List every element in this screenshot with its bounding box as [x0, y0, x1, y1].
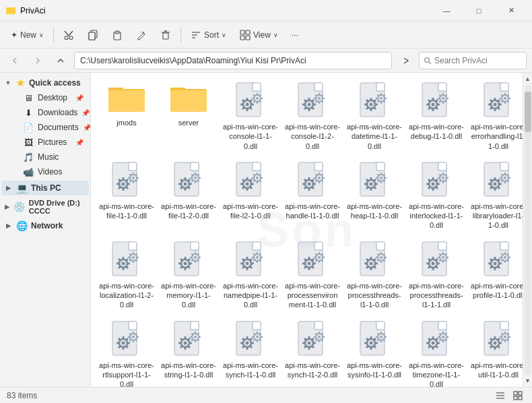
paste-button[interactable] [106, 27, 128, 43]
list-item[interactable]: api-ms-win-core-console-l1-2-0.dll [282, 78, 343, 155]
list-item[interactable]: api-ms-win-core-timezone-l1-1-0.dll [406, 317, 467, 387]
svg-rect-220 [314, 177, 317, 179]
list-item[interactable]: api-ms-win-core-datetime-l1-1-0.dll [344, 78, 405, 155]
address-input[interactable] [74, 52, 392, 69]
minimize-button[interactable]: — [431, 0, 462, 22]
svg-point-20 [425, 57, 430, 62]
sidebar-item-this-pc[interactable]: ▶ 💻 This PC [1, 181, 89, 195]
list-item[interactable]: server [158, 78, 219, 155]
list-item[interactable]: api-ms-win-core-rtlsupport-l1-1-0.dll [96, 317, 157, 387]
maximize-button[interactable]: □ [463, 0, 494, 22]
list-item[interactable]: api-ms-win-core-synch-l1-1-0.dll [220, 317, 281, 387]
svg-point-173 [194, 177, 197, 179]
address-go-button[interactable] [396, 51, 415, 70]
list-item[interactable]: api-ms-win-core-localization-l1-2-0.dll [96, 237, 157, 314]
view-button[interactable]: View ∨ [234, 27, 284, 43]
list-view-button[interactable] [493, 389, 508, 402]
list-item[interactable]: api-ms-win-core-synch-l1-2-0.dll [282, 317, 343, 387]
svg-rect-277 [499, 183, 502, 185]
svg-point-525 [318, 336, 321, 338]
list-item[interactable]: api-ms-win-core-handle-l1-1-0.dll [282, 158, 343, 235]
scroll-up-arrow[interactable]: ▲ [523, 74, 533, 84]
list-item[interactable]: api-ms-win-core-string-l1-1-0.dll [158, 317, 219, 387]
svg-rect-95 [438, 83, 446, 91]
sidebar-item-network[interactable]: ▶ 🌐 Network [1, 218, 89, 233]
list-item[interactable]: api-ms-win-core-processenvironment-l1-1-… [282, 237, 343, 314]
list-item[interactable]: api-ms-win-core-memory-l1-1-0.dll [158, 237, 219, 314]
right-scrollbar[interactable]: ▲ ▼ [523, 73, 532, 387]
scroll-thumb[interactable] [525, 92, 531, 132]
list-item[interactable]: api-ms-win-core-interlocked-l1-1-0.dll [406, 158, 467, 235]
delete-button[interactable] [155, 27, 176, 43]
back-button[interactable] [5, 51, 24, 70]
search-input[interactable] [434, 56, 515, 65]
sidebar-item-documents[interactable]: 📄 Documents 📌 [15, 120, 89, 135]
rename-button[interactable] [131, 27, 152, 43]
list-item[interactable]: api-ms-win-core-heap-l1-1-0.dll [344, 158, 405, 235]
svg-point-547 [380, 336, 383, 338]
more-button[interactable]: ··· [286, 28, 304, 42]
list-item[interactable]: api-ms-win-core-file-l1-2-0.dll [158, 158, 219, 235]
sidebar-item-videos[interactable]: 📹 Videos [15, 164, 89, 179]
up-button[interactable] [51, 51, 70, 70]
sort-button[interactable]: Sort ∨ [185, 27, 232, 43]
sidebar-item-music[interactable]: 🎵 Music [15, 150, 89, 164]
svg-point-251 [432, 182, 435, 185]
svg-rect-538 [370, 336, 372, 339]
svg-rect-232 [364, 183, 367, 185]
list-item[interactable]: api-ms-win-core-errorhandling-l1-1-0.dll [468, 78, 523, 155]
list-item[interactable]: api-ms-win-core-console-l1-1-0.dll [220, 78, 281, 155]
sidebar-item-downloads[interactable]: ⬇ Downloads 📌 [15, 105, 89, 120]
list-item[interactable]: api-ms-win-core-processthreads-l1-1-1.dl… [406, 237, 467, 314]
dvd-section: ▶ 💿 DVD Drive (D:) CCCC [0, 197, 90, 217]
list-item[interactable]: api-ms-win-core-util-l1-1-0.dll [468, 317, 523, 387]
svg-rect-441 [508, 257, 511, 258]
sidebar-item-pictures[interactable]: 🖼 Pictures 📌 [15, 135, 89, 150]
svg-rect-110 [438, 98, 440, 99]
folder-icon [108, 82, 145, 115]
list-item[interactable]: api-ms-win-core-debug-l1-1-0.dll [406, 78, 467, 155]
svg-rect-374 [314, 257, 317, 258]
dll-icon [298, 82, 327, 119]
address-bar [0, 49, 532, 73]
close-button[interactable]: ✕ [496, 0, 527, 22]
list-item[interactable]: api-ms-win-core-processthreads-l1-1-0.dl… [344, 237, 405, 314]
file-name: api-ms-win-core-synch-l1-1-0.dll [223, 361, 278, 380]
svg-rect-562 [426, 342, 429, 344]
svg-rect-66 [314, 98, 317, 99]
svg-rect-408 [426, 262, 429, 264]
list-item[interactable]: api-ms-win-core-libraryloader-l1-1-0.dll [468, 158, 523, 235]
scroll-down-arrow[interactable]: ▼ [523, 376, 533, 385]
list-item[interactable]: api-ms-win-core-file-l1-1-0.dll [96, 158, 157, 235]
list-item[interactable]: api-ms-win-core-namedpipe-l1-1-0.dll [220, 237, 281, 314]
svg-rect-592 [504, 332, 506, 334]
list-item[interactable]: api-ms-win-core-profile-l1-1-0.dll [468, 237, 523, 314]
svg-rect-208 [308, 177, 310, 180]
sidebar-item-quick-access[interactable]: ▼ ★ Quick access [1, 75, 89, 90]
svg-rect-494 [246, 336, 248, 339]
svg-point-107 [442, 97, 444, 100]
sidebar-item-dvd[interactable]: ▶ 💿 DVD Drive (D:) CCCC [1, 197, 89, 217]
list-item[interactable]: api-ms-win-core-file-l2-1-0.dll [220, 158, 281, 235]
svg-rect-321 [189, 262, 192, 264]
file-area[interactable]: Son jmods server [91, 73, 523, 387]
forward-button[interactable] [28, 51, 47, 70]
scroll-track[interactable] [525, 85, 531, 375]
new-button[interactable]: ✦ New ∨ [5, 28, 49, 42]
pictures-icon: 🖼 [23, 137, 34, 148]
desktop-icon: 🖥 [23, 92, 34, 103]
toolbar: ✦ New ∨ Sort ∨ View ∨ ··· [0, 22, 532, 49]
svg-rect-340 [246, 257, 248, 259]
delete-icon [160, 30, 171, 40]
grid-view-button[interactable] [510, 389, 525, 402]
pin-icon-3: 📌 [83, 124, 91, 131]
copy-button[interactable] [82, 27, 104, 43]
svg-rect-419 [446, 257, 449, 258]
svg-rect-100 [426, 104, 429, 106]
list-item[interactable]: api-ms-win-core-sysinfo-l1-1-0.dll [344, 317, 405, 387]
svg-rect-352 [252, 257, 255, 258]
svg-rect-78 [364, 104, 367, 106]
list-item[interactable]: jmods [96, 78, 157, 155]
cut-button[interactable] [58, 27, 79, 43]
sidebar-item-desktop[interactable]: 🖥 Desktop 📌 [15, 90, 89, 105]
